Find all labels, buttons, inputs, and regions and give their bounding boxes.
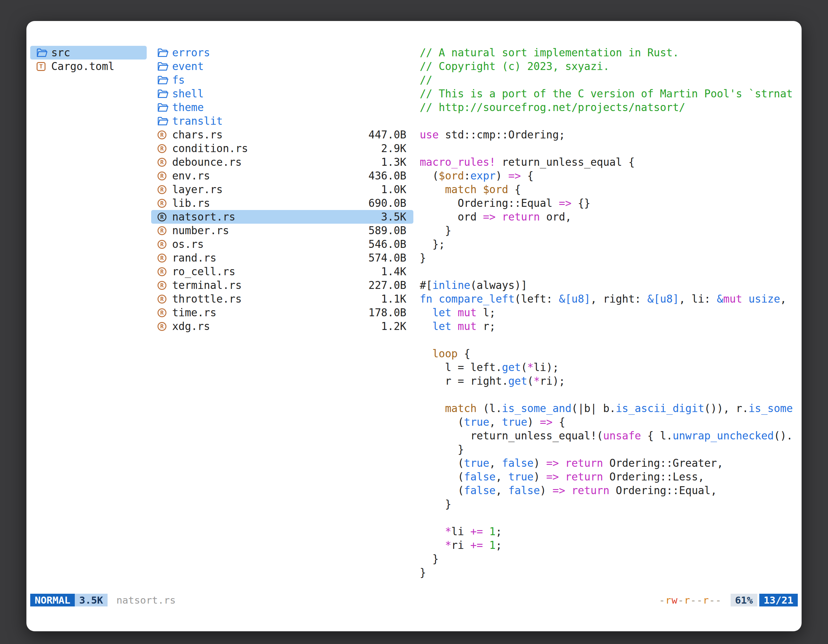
code-line: (false, false) => return Ordering::Equal… — [420, 484, 798, 497]
file-permissions: -rw-r--r-- — [659, 594, 722, 606]
folder-icon — [157, 62, 172, 71]
file-row[interactable]: Rnatsort.rs3.5K — [151, 210, 413, 224]
file-row[interactable]: Rro_cell.rs1.4K — [151, 265, 413, 278]
entry-size: 1.0K — [381, 183, 406, 196]
folder-icon — [157, 103, 172, 112]
code-line: } — [420, 443, 798, 456]
code-line — [420, 142, 798, 155]
status-right: -rw-r--r-- 61% 13/21 — [659, 594, 798, 606]
dir-row[interactable]: errors — [151, 46, 413, 60]
code-line: }; — [420, 237, 798, 251]
entry-name: fs — [172, 73, 185, 87]
rust-file-icon: R — [157, 144, 172, 153]
entry-name: time.rs — [172, 306, 216, 320]
current-pane: errorseventfsshellthemetranslitRchars.rs… — [151, 46, 413, 333]
code-line: match $ord { — [420, 183, 798, 196]
code-line: *ri += 1; — [420, 538, 798, 552]
file-row[interactable]: Rlib.rs690.0B — [151, 196, 413, 210]
entry-name: translit — [172, 114, 223, 128]
entry-name: ro_cell.rs — [172, 265, 235, 278]
code-line: } — [420, 251, 798, 265]
code-line: // A natural sort implementation in Rust… — [420, 46, 798, 60]
file-row[interactable]: Rlayer.rs1.0K — [151, 183, 413, 196]
toml-file-icon: T — [37, 62, 51, 71]
entry-size: 1.2K — [381, 320, 406, 333]
code-line — [420, 333, 798, 347]
rust-file-icon: R — [157, 158, 172, 167]
rust-file-icon: R — [157, 185, 172, 194]
entry-name: debounce.rs — [172, 155, 242, 169]
file-row[interactable]: Rdebounce.rs1.3K — [151, 155, 413, 169]
file-row[interactable]: Ros.rs546.0B — [151, 237, 413, 251]
folder-icon — [37, 48, 51, 58]
file-row[interactable]: Rxdg.rs1.2K — [151, 320, 413, 333]
code-line: // Copyright (c) 2023, sxyazi. — [420, 60, 798, 73]
rust-file-icon: R — [157, 281, 172, 290]
code-line: use std::cmp::Ordering; — [420, 128, 798, 142]
code-line: let mut r; — [420, 320, 798, 333]
dir-row[interactable]: shell — [151, 87, 413, 100]
entry-name: rand.rs — [172, 251, 216, 265]
file-row[interactable]: Rrand.rs574.0B — [151, 251, 413, 265]
entry-size: 227.0B — [369, 278, 406, 292]
entry-name: env.rs — [172, 169, 210, 183]
file-row[interactable]: TCargo.toml — [30, 60, 147, 73]
entry-name: Cargo.toml — [51, 60, 114, 73]
code-line: (false, true) => return Ordering::Less, — [420, 470, 798, 484]
panes-container: srcTCargo.toml errorseventfsshellthemetr… — [27, 21, 801, 594]
entry-size: 2.9K — [381, 142, 406, 155]
folder-icon — [157, 75, 172, 85]
entry-size: 1.3K — [381, 155, 406, 169]
entry-name: condition.rs — [172, 142, 248, 155]
code-line: return_unless_equal!(unsafe { l.unwrap_u… — [420, 429, 798, 443]
file-row[interactable]: Rnumber.rs589.0B — [151, 224, 413, 237]
entry-size: 3.5K — [381, 210, 406, 224]
folder-icon — [157, 89, 172, 99]
code-line: let mut l; — [420, 306, 798, 320]
file-row[interactable]: Rthrottle.rs1.1K — [151, 292, 413, 306]
mode-badge: NORMAL — [30, 594, 75, 606]
code-line: l = left.get(*li); — [420, 360, 798, 374]
parent-pane: srcTCargo.toml — [30, 46, 147, 73]
entry-size: 589.0B — [369, 224, 406, 237]
code-line: } — [420, 224, 798, 237]
code-line: // — [420, 73, 798, 87]
file-manager-window: srcTCargo.toml errorseventfsshellthemetr… — [27, 21, 801, 631]
rust-file-icon: R — [157, 226, 172, 235]
code-line: (true, true) => { — [420, 415, 798, 429]
file-row[interactable]: Rchars.rs447.0B — [151, 128, 413, 142]
rust-file-icon: R — [157, 322, 172, 331]
entry-size: 1.1K — [381, 292, 406, 306]
folder-icon — [157, 48, 172, 58]
code-line: fn compare_left(left: &[u8], right: &[u8… — [420, 292, 798, 306]
entry-name: terminal.rs — [172, 278, 242, 292]
code-line: // This is a port of the C version of Ma… — [420, 87, 798, 100]
file-row[interactable]: Rtime.rs178.0B — [151, 306, 413, 320]
preview-pane[interactable]: // A natural sort implementation in Rust… — [420, 46, 798, 594]
rust-file-icon: R — [157, 130, 172, 139]
dir-row[interactable]: theme — [151, 100, 413, 114]
code-line: *li += 1; — [420, 525, 798, 538]
file-row[interactable]: Rterminal.rs227.0B — [151, 278, 413, 292]
entry-name: chars.rs — [172, 128, 223, 142]
code-line: ord => return ord, — [420, 210, 798, 224]
dir-row[interactable]: translit — [151, 114, 413, 128]
file-row[interactable]: Rcondition.rs2.9K — [151, 142, 413, 155]
status-left: NORMAL 3.5K natsort.rs — [30, 594, 176, 606]
entry-name: theme — [172, 100, 204, 114]
entry-size: 447.0B — [369, 128, 406, 142]
entry-size: 1.4K — [381, 265, 406, 278]
file-row[interactable]: Renv.rs436.0B — [151, 169, 413, 183]
folder-icon — [157, 116, 172, 126]
entry-name: xdg.rs — [172, 320, 210, 333]
rust-file-icon: R — [157, 308, 172, 317]
dir-row[interactable]: event — [151, 60, 413, 73]
scroll-percent-badge: 61% — [731, 594, 757, 606]
dir-row[interactable]: src — [30, 46, 147, 60]
entry-name: src — [51, 46, 70, 60]
dir-row[interactable]: fs — [151, 73, 413, 87]
code-line: // http://sourcefrog.net/projects/natsor… — [420, 100, 798, 114]
rust-file-icon: R — [157, 295, 172, 304]
status-bar: NORMAL 3.5K natsort.rs -rw-r--r-- 61% 13… — [30, 594, 798, 606]
code-line: #[inline(always)] — [420, 278, 798, 292]
